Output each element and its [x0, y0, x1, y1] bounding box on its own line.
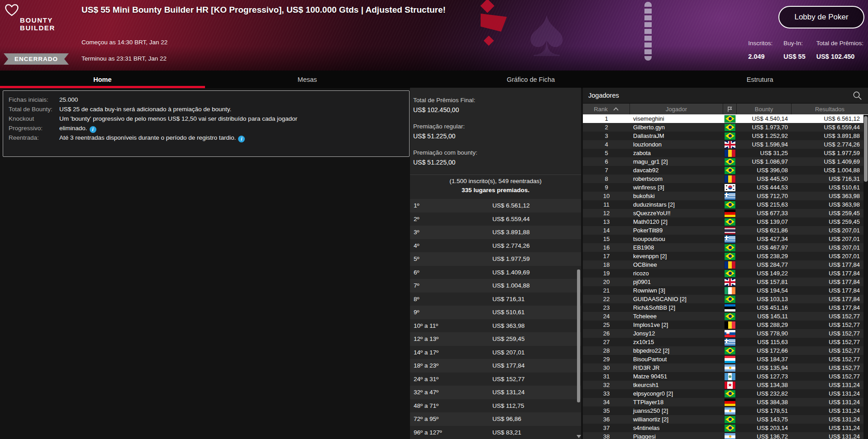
player-bounty: US$ 172,66 — [737, 347, 792, 354]
player-row[interactable]: 19ricozoUS$ 149,22US$ 177,84 — [583, 269, 868, 278]
flag-th-icon — [725, 227, 735, 234]
player-row[interactable]: 31Matze 90451US$ 127,73US$ 152,77 — [583, 372, 868, 381]
player-row[interactable]: 13Math0120 [2]US$ 139,07US$ 259,45 — [583, 217, 868, 226]
tab-grafico-de-ficha[interactable]: Gráfico de Ficha — [410, 71, 652, 88]
player-header-label: Jogador — [666, 106, 687, 113]
player-row[interactable]: 5zabotaUS$ 31,25US$ 1.977,59 — [583, 149, 868, 157]
player-row[interactable]: 18OCBineeUS$ 284,77US$ 177,84 — [583, 260, 868, 269]
player-rank: 6 — [583, 158, 630, 165]
flag-kr-icon — [725, 184, 735, 191]
player-row[interactable]: 3DallastraJMUS$ 1.252,92US$ 3.891,88 — [583, 132, 868, 140]
header-stats: Inscritos:2.049Buy-In:US$ 55Total de Prê… — [748, 40, 863, 60]
player-row[interactable]: 16EB1908US$ 467,97US$ 207,01 — [583, 243, 868, 252]
player-row[interactable]: 11duduzinstars [2]US$ 215,63US$ 363,98 — [583, 200, 868, 209]
player-bounty: US$ 145,11 — [737, 313, 792, 320]
players-titlebar: Jogadores — [583, 88, 868, 104]
player-row[interactable]: 10bukofskiUS$ 712,70US$ 363,98 — [583, 192, 868, 200]
column-header-bounty[interactable]: Bounty — [737, 104, 792, 114]
player-rank: 31 — [583, 373, 630, 380]
player-row[interactable]: 33elpsycongr0 [2]US$ 232,82US$ 131,24 — [583, 389, 868, 398]
flag-br-icon — [725, 201, 735, 208]
player-row[interactable]: 20pj0901US$ 157,81US$ 177,84 — [583, 278, 868, 286]
search-icon[interactable] — [852, 90, 863, 102]
flag-ca-icon — [725, 382, 735, 389]
players-panel: Jogadores Rank Jogador Bounty Resultados… — [583, 88, 868, 439]
flag-cell — [723, 261, 737, 269]
player-row[interactable]: 37s4ntinelasUS$ 203,14US$ 131,24 — [583, 424, 868, 432]
column-header-flag[interactable] — [723, 104, 737, 114]
payout-row: 72º a 95ºUS$ 96,86 — [410, 412, 581, 426]
payout-amount: US$ 3.891,88 — [492, 229, 530, 236]
player-row[interactable]: 36willianortiz [2]US$ 143,75US$ 131,24 — [583, 415, 868, 424]
flag-cell — [723, 175, 737, 183]
player-row[interactable]: 30R!D3R JRUS$ 135,94US$ 152,77 — [583, 363, 868, 372]
player-row[interactable]: 12sQuezzeYoU!!US$ 677,33US$ 259,45 — [583, 209, 868, 217]
player-row[interactable]: 2Gilberto.gynUS$ 1.973,70US$ 6.559,44 — [583, 123, 868, 132]
player-row[interactable]: 8robertscomUS$ 445,50US$ 716,31 — [583, 175, 868, 183]
prize-summary-label: Total de Prêmios Final: — [413, 96, 577, 105]
tab-label: Mesas — [298, 76, 317, 83]
payout-scrollbar[interactable] — [577, 192, 581, 433]
player-row[interactable]: 38PiaggesiUS$ 136,72US$ 131,24 — [583, 432, 868, 439]
favorite-heart-icon[interactable] — [5, 3, 19, 19]
player-row[interactable]: 6magu_gr1 [2]US$ 1.086,97US$ 1.409,69 — [583, 157, 868, 166]
player-result: US$ 207,01 — [792, 253, 868, 260]
payout-row: 48º a 71ºUS$ 112,75 — [410, 399, 581, 413]
payout-row: 24º a 31ºUS$ 152,77 — [410, 373, 581, 386]
flag-ar-icon — [725, 407, 735, 415]
player-name: tsoupoutsou — [630, 236, 723, 242]
flag-gr-icon — [725, 339, 735, 346]
tab-mesas[interactable]: Mesas — [205, 71, 410, 88]
player-row[interactable]: 28bbpedro22 [2]US$ 172,66US$ 152,77 — [583, 346, 868, 355]
player-row[interactable]: 23Rich&SoftBB [2]US$ 451,16US$ 177,84 — [583, 303, 868, 312]
player-row[interactable]: 14PokerTilt89US$ 621,86US$ 207,01 — [583, 226, 868, 235]
scroll-down-arrow-icon[interactable] — [577, 435, 581, 438]
player-row[interactable]: 25Implos1ve [2]US$ 288,29US$ 152,77 — [583, 321, 868, 329]
tab-estrutura[interactable]: Estrutura — [652, 71, 868, 88]
payout-place: 32º a 47º — [414, 389, 439, 396]
player-result: US$ 152,77 — [792, 347, 868, 354]
player-row[interactable]: 7davcab92US$ 396,08US$ 1.004,88 — [583, 166, 868, 175]
player-row[interactable]: 4louzlondonUS$ 1.596,94US$ 2.774,26 — [583, 140, 868, 149]
player-bounty: US$ 238,29 — [737, 253, 792, 260]
players-scrollbar-thumb[interactable] — [864, 116, 868, 182]
player-result: US$ 6.559,44 — [792, 124, 868, 131]
payout-scrollbar-thumb[interactable] — [577, 269, 580, 402]
payout-amount: US$ 83,21 — [492, 429, 521, 436]
flag-cell — [723, 218, 737, 226]
tab-home[interactable]: Home — [0, 71, 205, 88]
player-row[interactable]: 34TTPlayer18US$ 384,38US$ 131,24 — [583, 398, 868, 406]
player-row[interactable]: 35juanss250 [2]US$ 178,51US$ 131,24 — [583, 406, 868, 415]
player-row[interactable]: 9winfiress [3]US$ 444,53US$ 510,61 — [583, 183, 868, 192]
info-icon[interactable] — [238, 136, 245, 142]
player-row[interactable]: 27zx10r15US$ 115,63US$ 152,77 — [583, 338, 868, 346]
column-header-rank[interactable]: Rank — [583, 104, 630, 114]
stat-label: Buy-In: — [783, 40, 805, 47]
player-name: davcab92 — [630, 167, 723, 174]
player-row[interactable]: 26Jonsy12US$ 778,90US$ 152,77 — [583, 329, 868, 338]
lobby-de-poker-button[interactable]: Lobby de Poker — [778, 6, 864, 28]
player-result: US$ 2.774,26 — [792, 141, 868, 148]
player-row[interactable]: 15tsoupoutsouUS$ 427,34US$ 207,01 — [583, 235, 868, 243]
player-row[interactable]: 29BisouPartoutUS$ 184,37US$ 152,77 — [583, 355, 868, 363]
info-icon[interactable] — [90, 126, 96, 133]
player-row[interactable]: 21Rowniwn [3]US$ 194,54US$ 177,84 — [583, 286, 868, 295]
flag-cell — [723, 253, 737, 260]
player-bounty: US$ 1.252,92 — [737, 132, 792, 139]
player-row[interactable]: 22GUIDAASCANIO [2]US$ 103,13US$ 177,84 — [583, 295, 868, 303]
player-result: US$ 177,84 — [792, 270, 868, 277]
payout-row: 18º a 23ºUS$ 177,84 — [410, 359, 581, 373]
players-scrollbar[interactable] — [863, 115, 868, 439]
player-row[interactable]: 1visemeghiniUS$ 4.540,14US$ 6.561,12 — [583, 114, 868, 123]
player-row[interactable]: 32tkeurcsh1US$ 134,38US$ 131,24 — [583, 381, 868, 389]
bounty-builder-logo: BOUNTY BUILDER — [20, 16, 55, 32]
payout-place: 8º — [414, 296, 419, 302]
player-name: Matze 90451 — [630, 373, 723, 380]
column-header-player[interactable]: Jogador — [630, 104, 723, 114]
player-result: US$ 1.409,69 — [792, 158, 868, 165]
player-bounty: US$ 232,82 — [737, 390, 792, 397]
player-row[interactable]: 24TcheleeeUS$ 145,11US$ 152,77 — [583, 312, 868, 321]
player-row[interactable]: 17kevenppn [2]US$ 238,29US$ 207,01 — [583, 252, 868, 260]
column-header-results[interactable]: Resultados — [792, 104, 868, 114]
player-bounty: US$ 451,16 — [737, 304, 792, 311]
